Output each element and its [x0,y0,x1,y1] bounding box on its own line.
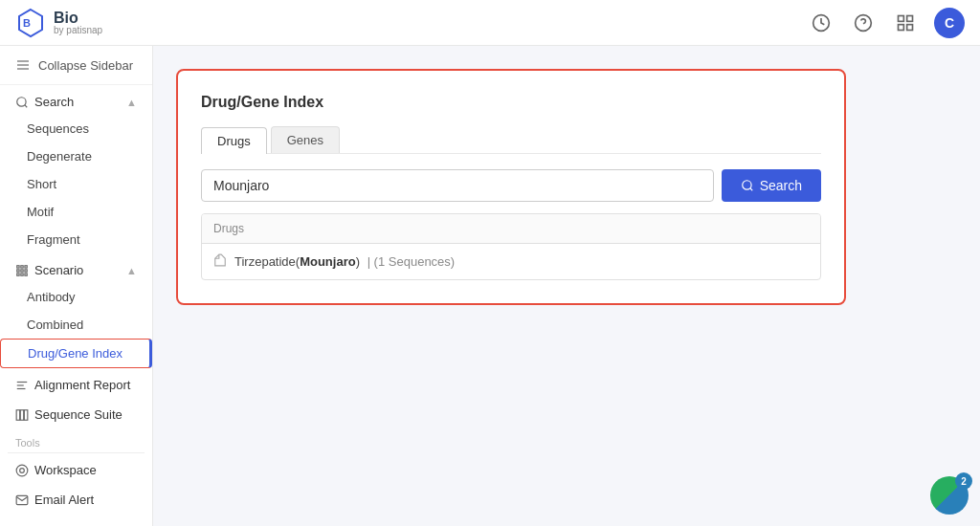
result-text: Tirzepatide(Mounjaro) | (1 Sequences) [234,254,455,269]
svg-rect-16 [25,265,27,267]
svg-rect-20 [17,273,19,274]
search-button[interactable]: Search [722,169,821,202]
result-name-suffix: ) [356,254,360,269]
logo-bio: Bio [54,11,102,26]
sidebar-item-short[interactable]: Short [0,170,152,198]
tab-row: Drugs Genes [201,126,821,154]
top-navigation: B Bio by patisnap C [0,0,980,46]
svg-text:B: B [23,17,31,29]
logo: B Bio by patisnap [15,8,102,38]
logo-by: by patisnap [54,26,102,35]
svg-rect-21 [21,273,23,274]
alignment-icon [15,379,29,392]
sidebar-email-alert[interactable]: Email Alert [0,483,152,513]
history-icon[interactable] [808,10,835,36]
sidebar-item-drug-gene-index[interactable]: Drug/Gene Index [0,339,152,368]
sidebar-item-fragment[interactable]: Fragment [0,226,152,253]
result-name-prefix: Tirzepatide( [234,254,300,269]
collapse-icon [15,57,31,73]
help-icon[interactable] [850,10,877,36]
svg-rect-15 [21,265,23,267]
search-chevron: ▲ [126,97,137,108]
tools-label: Tools [0,427,152,452]
result-count: | (1 Sequences) [368,254,456,269]
svg-line-13 [25,104,28,107]
svg-rect-26 [16,409,20,420]
avatar-badge: 2 [955,472,972,490]
result-item-icon [213,253,227,270]
results-box: Drugs Tirzepatide(Mounjaro) | (1 Sequenc… [201,213,821,280]
scenario-section-label: Scenario [34,263,83,277]
nav-actions: C [808,8,965,38]
sidebar-scenario-section[interactable]: Scenario ▲ [0,253,152,283]
svg-rect-28 [24,409,28,420]
alignment-report-label: Alignment Report [34,378,130,392]
email-alert-icon [15,493,29,507]
search-section-label: Search [34,95,74,109]
grid-icon[interactable] [892,10,919,36]
sidebar-item-sequences[interactable]: Sequences [0,115,152,142]
sidebar-sequence-suite[interactable]: Sequence Suite [0,398,152,427]
bottom-avatar-area: 2 [930,476,969,515]
workspace-label: Workspace [34,463,97,477]
tab-genes[interactable]: Genes [271,126,340,153]
search-section-items: Sequences Degenerate Short Motif Fragmen… [0,115,152,253]
results-header: Drugs [202,214,820,244]
drug-gene-index-card: Drug/Gene Index Drugs Genes Search Drugs [176,69,846,305]
sidebar-workspace[interactable]: Workspace [0,453,152,483]
email-alert-label: Email Alert [34,493,94,507]
scenario-section-icon [15,264,29,277]
svg-point-31 [742,181,750,189]
sequence-suite-icon [15,408,29,422]
svg-rect-14 [17,265,19,267]
card-title: Drug/Gene Index [201,94,821,111]
svg-rect-8 [907,24,913,30]
result-name-highlight: Mounjaro [300,254,356,269]
search-button-icon [741,179,754,192]
sidebar-search-section[interactable]: Search ▲ [0,85,152,115]
svg-rect-17 [17,269,19,271]
search-input[interactable] [201,169,714,202]
svg-rect-19 [25,269,27,271]
search-section-icon [15,96,29,109]
svg-point-12 [17,97,26,105]
sidebar-item-degenerate[interactable]: Degenerate [0,142,152,170]
collapse-sidebar-label: Collapse Sidebar [38,58,133,73]
svg-line-32 [749,188,752,191]
sidebar-alignment-report[interactable]: Alignment Report [0,368,152,398]
content-area: Drug/Gene Index Drugs Genes Search Drugs [153,46,980,526]
logo-icon: B [15,8,46,38]
svg-rect-27 [20,409,24,420]
sequence-suite-label: Sequence Suite [34,407,122,422]
workspace-icon [15,464,29,477]
sidebar-item-antibody[interactable]: Antibody [0,283,152,311]
search-row: Search [201,169,821,202]
collapse-sidebar-button[interactable]: Collapse Sidebar [0,46,152,85]
svg-point-29 [16,465,28,476]
result-item[interactable]: Tirzepatide(Mounjaro) | (1 Sequences) [202,244,820,279]
sidebar: Collapse Sidebar Search ▲ Sequences Dege… [0,46,153,526]
logo-text: Bio by patisnap [54,11,102,35]
search-button-label: Search [760,178,802,193]
svg-rect-6 [907,15,913,21]
tab-drugs[interactable]: Drugs [201,127,267,154]
sidebar-item-combined[interactable]: Combined [0,311,152,339]
svg-rect-7 [899,24,904,30]
sidebar-item-motif[interactable]: Motif [0,198,152,226]
svg-rect-18 [21,269,23,271]
svg-rect-22 [25,273,27,274]
svg-rect-5 [899,15,904,21]
svg-point-30 [20,468,25,472]
main-layout: Collapse Sidebar Search ▲ Sequences Dege… [0,46,980,526]
scenario-chevron: ▲ [126,265,137,276]
scenario-section-items: Antibody Combined Drug/Gene Index [0,283,152,368]
bottom-user-avatar[interactable]: 2 [930,476,969,515]
user-avatar[interactable]: C [934,8,965,38]
